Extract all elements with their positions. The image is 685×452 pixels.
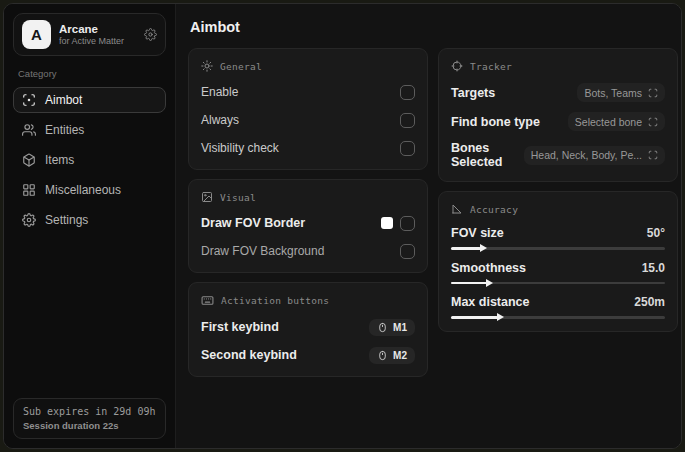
sidebar-item-entities[interactable]: Entities	[13, 117, 166, 143]
general-card: General Enable Always Visibility check	[188, 48, 428, 170]
keybind-value: M2	[393, 350, 407, 361]
sidebar-item-settings[interactable]: Settings	[13, 207, 166, 233]
setting-row-second-keybind: Second keybind M2	[201, 346, 415, 364]
box-icon	[22, 153, 36, 167]
setting-row-draw-fov-border: Draw FOV Border	[201, 214, 415, 232]
slider-thumb[interactable]	[486, 279, 493, 287]
accuracy-card-header: Accuracy	[451, 203, 665, 215]
card-title: General	[220, 61, 262, 72]
session-duration-text: Session duration 22s	[23, 420, 156, 431]
users-icon	[22, 123, 36, 137]
expand-select-icon	[648, 117, 658, 127]
smoothness-slider[interactable]	[451, 282, 665, 285]
slider-value: 50°	[647, 226, 665, 240]
slider-thumb[interactable]	[480, 244, 487, 252]
card-title: Visual	[220, 192, 256, 203]
slider-fill	[451, 282, 487, 285]
brand-subtitle: for Active Matter	[59, 36, 136, 47]
sub-expiry-text: Sub expires in 29d 09h	[23, 406, 156, 417]
setting-label: Draw FOV Background	[201, 244, 324, 258]
setting-label: Bones Selected	[451, 141, 524, 169]
setting-row-always: Always	[201, 111, 415, 129]
find-bone-type-select[interactable]: Selected bone	[568, 112, 665, 131]
sidebar-item-label: Items	[45, 153, 74, 167]
settings-gear-icon[interactable]	[144, 28, 157, 41]
card-title: Accuracy	[470, 204, 518, 215]
keybind-value: M1	[393, 322, 407, 333]
subscription-info-card: Sub expires in 29d 09h Session duration …	[13, 398, 166, 439]
gear-icon	[22, 213, 36, 227]
max-distance-slider-group: Max distance 250m	[451, 295, 665, 319]
visual-card: Visual Draw FOV Border Draw FOV Backgrou…	[188, 179, 428, 273]
visual-card-header: Visual	[201, 191, 415, 203]
slider-fill	[451, 316, 498, 319]
card-title: Activation buttons	[221, 295, 329, 306]
slider-label: Smoothness	[451, 261, 526, 275]
slider-label: FOV size	[451, 226, 504, 240]
slider-value: 15.0	[642, 261, 665, 275]
setting-label: Second keybind	[201, 348, 297, 362]
triangle-ruler-icon	[451, 203, 463, 215]
setting-label: Visibility check	[201, 141, 279, 155]
crosshair-icon	[451, 60, 463, 72]
mouse-icon	[377, 350, 388, 361]
targets-select[interactable]: Bots, Teams	[577, 83, 665, 102]
brand-logo: A	[22, 20, 51, 49]
sun-icon	[201, 60, 213, 72]
tracker-card-header: Tracker	[451, 60, 665, 72]
expand-select-icon	[648, 150, 658, 160]
select-value: Selected bone	[575, 116, 642, 128]
second-keybind-button[interactable]: M2	[369, 347, 415, 364]
fov-size-slider-group: FOV size 50°	[451, 226, 665, 250]
slider-value: 250m	[634, 295, 665, 309]
general-card-header: General	[201, 60, 415, 72]
draw-fov-background-checkbox[interactable]	[400, 244, 415, 259]
category-label: Category	[18, 68, 161, 79]
image-icon	[201, 191, 213, 203]
setting-row-bones-selected: Bones Selected Head, Neck, Body, Pe...	[451, 141, 665, 169]
visibility-check-checkbox[interactable]	[400, 141, 415, 156]
brand-text: Arcane for Active Matter	[59, 22, 136, 48]
slider-label: Max distance	[451, 295, 530, 309]
setting-row-enable: Enable	[201, 83, 415, 101]
tracker-card: Tracker Targets Bots, Teams Find bone ty…	[438, 48, 678, 182]
draw-fov-border-checkbox[interactable]	[400, 216, 415, 231]
sidebar-item-label: Entities	[45, 123, 84, 137]
bones-selected-select[interactable]: Head, Neck, Body, Pe...	[524, 146, 665, 165]
fov-border-color-swatch[interactable]	[381, 217, 393, 229]
brand-card: A Arcane for Active Matter	[13, 13, 166, 56]
fov-size-slider[interactable]	[451, 247, 665, 250]
sidebar-item-miscellaneous[interactable]: Miscellaneous	[13, 177, 166, 203]
expand-select-icon	[648, 88, 658, 98]
setting-row-first-keybind: First keybind M1	[201, 318, 415, 336]
smoothness-slider-group: Smoothness 15.0	[451, 261, 665, 285]
always-checkbox[interactable]	[400, 113, 415, 128]
sidebar-item-aimbot[interactable]: Aimbot	[13, 87, 166, 113]
keyboard-icon	[201, 294, 214, 307]
slider-fill	[451, 247, 481, 250]
accuracy-card: Accuracy FOV size 50°	[438, 191, 678, 332]
app-window: A Arcane for Active Matter Category Aimb…	[3, 3, 682, 449]
layout-grid-icon	[22, 183, 36, 197]
setting-label: First keybind	[201, 320, 279, 334]
activation-card-header: Activation buttons	[201, 294, 415, 307]
select-value: Bots, Teams	[584, 87, 642, 99]
card-title: Tracker	[470, 61, 512, 72]
setting-label: Targets	[451, 86, 495, 100]
setting-label: Find bone type	[451, 115, 540, 129]
enable-checkbox[interactable]	[400, 85, 415, 100]
scan-icon	[22, 93, 36, 107]
sidebar-item-label: Aimbot	[45, 93, 82, 107]
setting-row-visibility-check: Visibility check	[201, 139, 415, 157]
setting-label: Enable	[201, 85, 238, 99]
setting-row-targets: Targets Bots, Teams	[451, 83, 665, 102]
slider-thumb[interactable]	[497, 313, 504, 321]
left-column: General Enable Always Visibility check	[188, 48, 428, 377]
main-content: Aimbot General Enable	[176, 4, 681, 448]
sidebar-item-items[interactable]: Items	[13, 147, 166, 173]
max-distance-slider[interactable]	[451, 316, 665, 319]
setting-label: Draw FOV Border	[201, 216, 305, 230]
setting-row-draw-fov-background: Draw FOV Background	[201, 242, 415, 260]
first-keybind-button[interactable]: M1	[369, 319, 415, 336]
activation-buttons-card: Activation buttons First keybind M1 Seco…	[188, 282, 428, 377]
